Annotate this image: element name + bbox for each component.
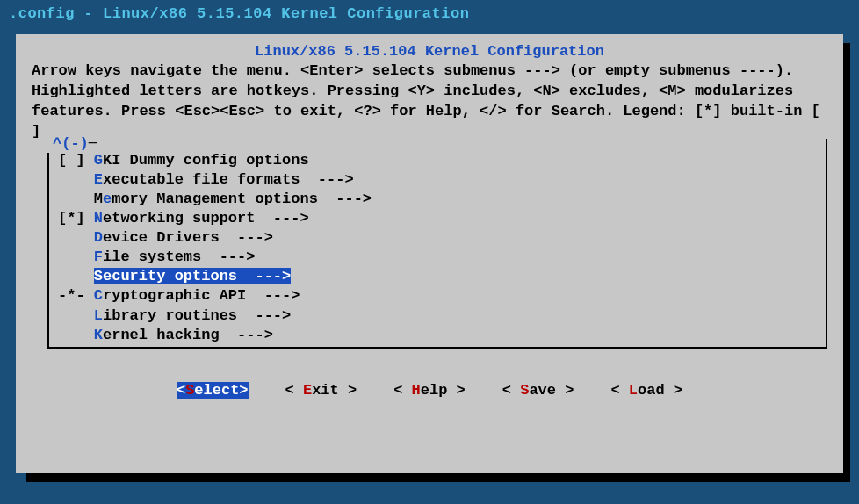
- button-row: <Select>< Exit >< Help >< Save >< Load >: [28, 382, 831, 399]
- button-load[interactable]: < Load >: [610, 382, 682, 399]
- button-exit[interactable]: < Exit >: [285, 382, 357, 399]
- menu-list: [ ] GKI Dummy config options Executable …: [58, 151, 822, 345]
- menu-item-3[interactable]: [*] Networking support --->: [58, 209, 822, 228]
- menu-item-8[interactable]: Library routines --->: [58, 306, 822, 326]
- menu-item-7[interactable]: -*- Cryptographic API --->: [58, 286, 822, 306]
- window-title: .config - Linux/x86 5.15.104 Kernel Conf…: [0, 0, 859, 27]
- help-text: Arrow keys navigate the menu. <Enter> se…: [28, 61, 831, 142]
- menu-box: ^(-)─ [ ] GKI Dummy config options Execu…: [28, 146, 831, 354]
- menuconfig-dialog: Linux/x86 5.15.104 Kernel Configuration …: [16, 34, 843, 473]
- scroll-up-indicator: ^(-)─: [53, 135, 97, 152]
- dialog-title: Linux/x86 5.15.104 Kernel Configuration: [28, 41, 831, 61]
- menu-item-1[interactable]: Executable file formats --->: [58, 170, 822, 190]
- menu-item-9[interactable]: Kernel hacking --->: [58, 326, 822, 345]
- menu-item-5[interactable]: File systems --->: [58, 248, 822, 267]
- menu-item-4[interactable]: Device Drivers --->: [58, 228, 822, 248]
- menu-item-2[interactable]: Memory Management options --->: [58, 190, 822, 209]
- menu-item-6[interactable]: Security options --->: [58, 267, 822, 286]
- menu-item-0[interactable]: [ ] GKI Dummy config options: [58, 151, 822, 170]
- button-save[interactable]: < Save >: [502, 382, 574, 399]
- button-help[interactable]: < Help >: [393, 382, 466, 399]
- button-select[interactable]: <Select>: [177, 382, 249, 399]
